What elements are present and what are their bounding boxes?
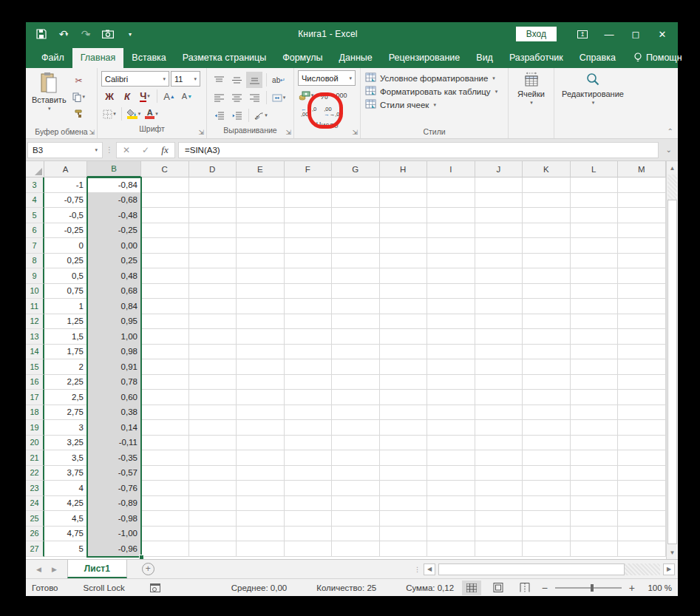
paste-button[interactable]: Вставить ▾ [27, 70, 71, 114]
cell-L23[interactable] [571, 481, 619, 496]
cell-H15[interactable] [380, 359, 428, 375]
cell-M25[interactable] [618, 511, 666, 527]
cell-A5[interactable]: -0,5 [44, 208, 87, 223]
cell-A11[interactable]: 1 [44, 299, 87, 314]
cell-K3[interactable] [523, 177, 571, 193]
row-header-3[interactable]: 3 [26, 177, 44, 193]
cell-J23[interactable] [475, 481, 523, 496]
cells-button[interactable]: Ячейки ▾ [513, 70, 549, 108]
cell-H18[interactable] [380, 405, 428, 421]
cell-C18[interactable] [141, 405, 189, 421]
cell-I24[interactable] [427, 496, 475, 512]
column-header-J[interactable]: J [475, 161, 523, 177]
sheet-nav-prev-button[interactable]: ◀ [36, 566, 41, 573]
decrease-decimal-button[interactable]: ,00 →→,0 [321, 105, 342, 118]
font-color-button[interactable]: А ▾ [143, 106, 160, 122]
cell-L26[interactable] [571, 527, 619, 542]
wrap-text-button[interactable]: ab↵ [271, 72, 287, 88]
column-header-E[interactable]: E [237, 161, 285, 177]
row-header-18[interactable]: 18 [26, 405, 44, 421]
cell-B21[interactable]: -0,35 [87, 450, 141, 466]
percent-style-button[interactable]: % [316, 87, 332, 104]
row-header-24[interactable]: 24 [26, 496, 44, 512]
cell-K7[interactable] [523, 238, 571, 254]
cell-K18[interactable] [523, 405, 571, 421]
cell-K22[interactable] [523, 466, 571, 481]
sheet-nav-next-button[interactable]: ▶ [52, 566, 57, 573]
cell-F25[interactable] [285, 511, 333, 527]
page-break-view-button[interactable] [515, 581, 534, 595]
cell-J3[interactable] [475, 177, 523, 193]
cell-I8[interactable] [427, 254, 475, 269]
cell-J16[interactable] [475, 375, 523, 390]
cell-K16[interactable] [523, 375, 571, 390]
cell-H26[interactable] [380, 527, 428, 542]
cell-B18[interactable]: 0,38 [87, 405, 141, 421]
cell-J27[interactable] [475, 541, 523, 557]
cell-E6[interactable] [237, 223, 285, 239]
cell-G23[interactable] [332, 481, 380, 496]
cell-I13[interactable] [427, 329, 475, 345]
cell-C8[interactable] [141, 254, 189, 269]
merge-center-button[interactable]: ▾ [271, 89, 287, 106]
cell-I26[interactable] [427, 527, 475, 542]
cell-A27[interactable]: 5 [44, 541, 87, 557]
vertical-scrollbar[interactable]: ▲ ▼ [666, 161, 678, 559]
cell-L18[interactable] [571, 405, 619, 421]
cell-D6[interactable] [189, 223, 237, 239]
cell-I20[interactable] [427, 436, 475, 451]
column-header-B[interactable]: B [87, 161, 141, 177]
cell-J6[interactable] [475, 223, 523, 239]
cell-B4[interactable]: -0,68 [87, 193, 141, 209]
row-header-20[interactable]: 20 [26, 436, 44, 451]
cell-D10[interactable] [189, 284, 237, 299]
cell-I9[interactable] [427, 268, 475, 284]
cell-H27[interactable] [380, 541, 428, 557]
row-header-11[interactable]: 11 [26, 299, 44, 314]
zoom-slider-thumb[interactable] [591, 584, 594, 592]
cell-A16[interactable]: 2,25 [44, 375, 87, 390]
row-header-27[interactable]: 27 [26, 541, 44, 557]
cell-L19[interactable] [571, 420, 619, 436]
tab-вид[interactable]: Вид [468, 48, 501, 68]
cell-A14[interactable]: 1,75 [44, 345, 87, 360]
cell-H5[interactable] [380, 208, 428, 223]
tab-главная[interactable]: Главная [72, 48, 124, 68]
cell-L25[interactable] [571, 511, 619, 527]
cell-B20[interactable]: -0,11 [87, 436, 141, 451]
cell-K14[interactable] [523, 345, 571, 360]
cell-I4[interactable] [427, 193, 475, 209]
sheet-tab-list1[interactable]: Лист1 [67, 560, 127, 578]
cell-F22[interactable] [285, 466, 333, 481]
cell-H3[interactable] [380, 177, 428, 193]
cell-K4[interactable] [523, 193, 571, 209]
cell-E12[interactable] [237, 314, 285, 330]
cell-A4[interactable]: -0,75 [44, 193, 87, 209]
cell-E9[interactable] [237, 268, 285, 284]
row-header-9[interactable]: 9 [26, 268, 44, 284]
format-painter-button[interactable] [71, 105, 87, 121]
cell-H20[interactable] [380, 436, 428, 451]
cell-G20[interactable] [332, 436, 380, 451]
cell-A22[interactable]: 3,75 [44, 466, 87, 481]
cell-G17[interactable] [332, 390, 380, 405]
row-header-14[interactable]: 14 [26, 345, 44, 360]
cell-G22[interactable] [332, 466, 380, 481]
page-layout-view-button[interactable] [489, 581, 508, 595]
align-center-button[interactable] [228, 89, 245, 106]
cell-G16[interactable] [332, 375, 380, 390]
tab-разметка-страницы[interactable]: Разметка страницы [174, 48, 274, 68]
cell-B15[interactable]: 0,91 [87, 359, 141, 375]
cell-E19[interactable] [237, 420, 285, 436]
cell-H21[interactable] [380, 450, 428, 466]
cell-L13[interactable] [571, 329, 619, 345]
cell-M19[interactable] [618, 420, 666, 436]
cell-L5[interactable] [571, 208, 619, 223]
row-header-21[interactable]: 21 [26, 450, 44, 466]
cell-J7[interactable] [475, 238, 523, 254]
cell-L20[interactable] [571, 436, 619, 451]
cell-C19[interactable] [141, 420, 189, 436]
column-header-D[interactable]: D [189, 161, 237, 177]
cell-M27[interactable] [618, 541, 666, 557]
cell-H12[interactable] [380, 314, 428, 330]
